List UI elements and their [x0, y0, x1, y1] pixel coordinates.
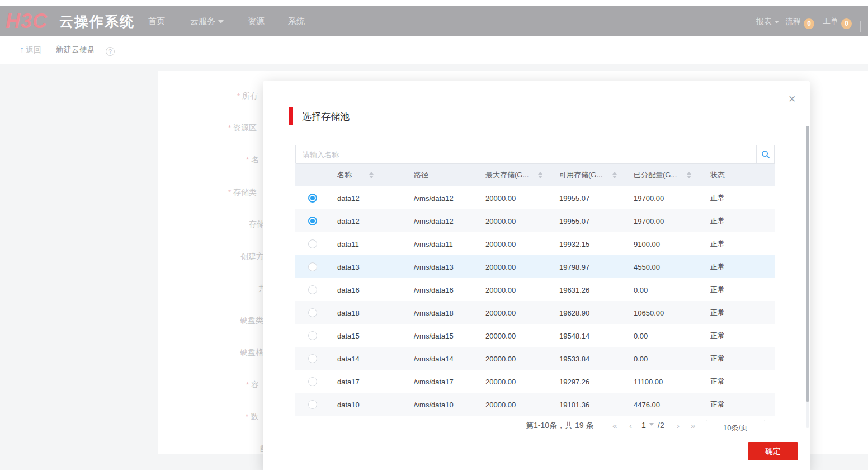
first-page-button[interactable]: « [612, 421, 617, 430]
column-header-allocated[interactable]: 已分配量(G... [634, 170, 677, 180]
row-radio-button[interactable] [308, 239, 317, 248]
dialog-body: 名称 路径 最大存储(G... 可用存储(G... 已分配量(G... 状态 d… [295, 145, 775, 431]
next-page-button[interactable]: › [677, 421, 680, 430]
sort-icon[interactable] [369, 171, 374, 179]
cell-allocated: 19700.00 [634, 194, 664, 202]
prev-page-button[interactable]: ‹ [629, 421, 632, 430]
topbar-divider [860, 21, 861, 32]
table-row[interactable]: data11 /vms/data11 20000.00 19932.15 910… [295, 232, 775, 255]
cell-max: 20000.00 [485, 377, 516, 386]
table-row[interactable]: data16 /vms/data16 20000.00 19631.26 0.0… [295, 278, 775, 301]
cell-path: /vms/data17 [414, 377, 454, 386]
row-radio-button[interactable] [308, 308, 317, 317]
page-size-select[interactable]: 10条/页 [706, 420, 765, 431]
table-body: data12 /vms/data12 20000.00 19955.07 197… [295, 186, 775, 416]
cell-path: /vms/data12 [414, 194, 454, 202]
cell-allocated: 4550.00 [634, 262, 660, 271]
search-input[interactable] [295, 145, 757, 164]
reports-menu[interactable]: 报表 [756, 17, 779, 27]
table-row[interactable]: data12 /vms/data12 20000.00 19955.07 197… [295, 209, 775, 232]
cell-status: 正常 [710, 239, 725, 249]
table-row[interactable]: data13 /vms/data13 20000.00 19798.97 455… [295, 255, 775, 278]
process-count-badge: 0 [804, 18, 814, 29]
table-row[interactable]: data10 /vms/data10 20000.00 19101.36 447… [295, 393, 775, 416]
page-select-caret-icon[interactable] [649, 423, 654, 426]
row-radio-button[interactable] [308, 400, 317, 409]
cell-available: 19533.84 [559, 354, 589, 363]
required-asterisk: * [228, 124, 231, 132]
cell-path: /vms/data13 [414, 262, 454, 271]
column-header-available[interactable]: 可用存储(G... [559, 170, 602, 180]
cell-available: 19548.14 [559, 331, 589, 340]
cell-available: 19628.90 [559, 308, 589, 317]
modal-scrollbar-thumb[interactable] [806, 126, 809, 402]
cell-path: /vms/data11 [414, 239, 453, 248]
table-row[interactable]: data18 /vms/data18 20000.00 19628.90 106… [295, 301, 775, 324]
nav-item-system[interactable]: 系统 [288, 16, 305, 27]
modal-scrollbar-track[interactable] [806, 126, 809, 428]
cell-available: 19955.07 [559, 194, 589, 202]
cell-name: data16 [337, 285, 360, 294]
help-icon[interactable]: ? [106, 47, 115, 56]
cell-name: data12 [337, 217, 360, 225]
cell-status: 正常 [710, 354, 725, 364]
row-radio-button[interactable] [308, 285, 317, 294]
form-field-label: 创建方 [240, 252, 264, 262]
cell-max: 20000.00 [485, 400, 516, 408]
table-row[interactable]: data15 /vms/data15 20000.00 19548.14 0.0… [295, 324, 775, 347]
sort-icon[interactable] [538, 171, 543, 179]
table-header: 名称 路径 最大存储(G... 可用存储(G... 已分配量(G... 状态 [295, 164, 775, 186]
cell-status: 正常 [710, 285, 725, 295]
row-radio-button[interactable] [308, 262, 317, 271]
cell-status: 正常 [710, 193, 725, 203]
cell-status: 正常 [710, 216, 725, 226]
row-radio-button[interactable] [308, 194, 317, 203]
sort-icon[interactable] [687, 171, 692, 179]
form-field-label: *资源区 [228, 123, 257, 133]
cell-allocated: 9100.00 [634, 239, 660, 248]
column-header-max[interactable]: 最大存储(G... [485, 170, 529, 180]
search-button[interactable] [756, 145, 775, 164]
total-pages: /2 [658, 421, 664, 430]
last-page-button[interactable]: » [691, 421, 695, 430]
cell-name: data13 [337, 262, 360, 271]
page-title: 新建云硬盘 [56, 45, 95, 55]
column-header-status: 状态 [710, 170, 725, 180]
form-field-label: *所有 [237, 91, 258, 101]
h3c-logo: H3C [6, 10, 48, 33]
cell-status: 正常 [710, 262, 725, 272]
cell-status: 正常 [710, 377, 725, 387]
column-header-name[interactable]: 名称 [337, 170, 352, 180]
row-radio-button[interactable] [308, 354, 317, 363]
back-button[interactable]: ↑返回 [20, 45, 41, 55]
current-page[interactable]: 1 [641, 421, 646, 430]
cell-allocated: 19700.00 [634, 217, 664, 225]
confirm-button[interactable]: 确定 [748, 442, 798, 460]
cell-max: 20000.00 [485, 194, 516, 202]
search-icon [761, 150, 770, 159]
cell-available: 19631.26 [559, 285, 589, 294]
nav-item-resources[interactable]: 资源 [248, 16, 265, 27]
required-asterisk: * [228, 188, 231, 196]
row-radio-button[interactable] [308, 377, 317, 386]
chevron-down-icon [218, 20, 224, 24]
nav-item-home[interactable]: 首页 [148, 16, 165, 27]
form-field-label: *存储类 [228, 187, 257, 198]
close-icon[interactable]: ✕ [787, 95, 797, 105]
cell-name: data17 [337, 377, 360, 386]
cell-max: 20000.00 [485, 331, 516, 340]
cell-path: /vms/data10 [414, 400, 454, 408]
table-row[interactable]: data12 /vms/data12 20000.00 19955.07 197… [295, 186, 775, 209]
table-row[interactable]: data14 /vms/data14 20000.00 19533.84 0.0… [295, 347, 775, 370]
process-menu[interactable]: 流程0 [785, 17, 814, 29]
ticket-menu[interactable]: 工单0 [823, 17, 852, 29]
cell-max: 20000.00 [485, 239, 516, 248]
row-radio-button[interactable] [308, 331, 317, 340]
cell-available: 19297.26 [559, 377, 589, 386]
cell-allocated: 0.00 [634, 285, 648, 294]
breadcrumb-bar: ↑返回 新建云硬盘 [0, 36, 868, 64]
row-radio-button[interactable] [308, 217, 317, 225]
table-row[interactable]: data17 /vms/data17 20000.00 19297.26 111… [295, 370, 775, 393]
sort-icon[interactable] [612, 171, 617, 179]
nav-item-cloud-services[interactable]: 云服务 [190, 16, 224, 27]
